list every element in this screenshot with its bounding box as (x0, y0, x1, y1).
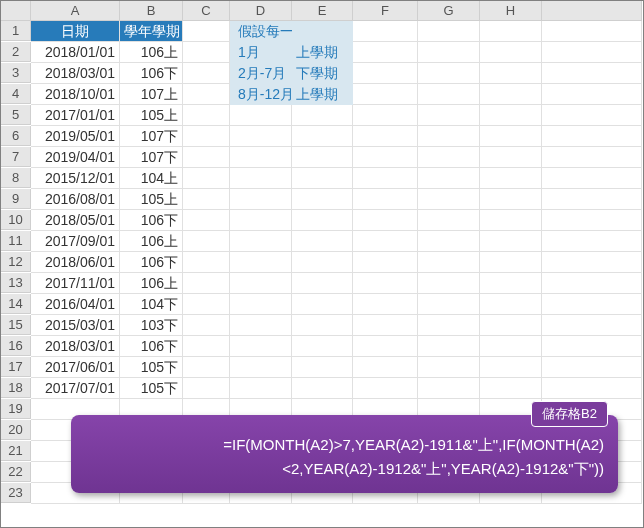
cell-G14[interactable] (418, 294, 480, 315)
cell-B7[interactable]: 107下 (120, 147, 183, 168)
cell-B13[interactable]: 106上 (120, 273, 183, 294)
cell-C17[interactable] (183, 357, 230, 378)
cell-I5[interactable] (542, 105, 642, 126)
col-header-F[interactable]: F (353, 1, 418, 21)
row-header-9[interactable]: 9 (1, 189, 31, 209)
cell-D10[interactable] (230, 210, 292, 231)
cell-A6[interactable]: 2019/05/01 (31, 126, 120, 147)
col-header-extra[interactable] (542, 1, 642, 21)
cell-C2[interactable] (183, 42, 230, 63)
cell-G8[interactable] (418, 168, 480, 189)
cell-F5[interactable] (353, 105, 418, 126)
cell-I9[interactable] (542, 189, 642, 210)
cell-I6[interactable] (542, 126, 642, 147)
cell-D4[interactable]: 8月-12月 (230, 84, 292, 105)
cell-F10[interactable] (353, 210, 418, 231)
cell-D9[interactable] (230, 189, 292, 210)
cell-H11[interactable] (480, 231, 542, 252)
cell-D15[interactable] (230, 315, 292, 336)
cell-C18[interactable] (183, 378, 230, 399)
cell-H3[interactable] (480, 63, 542, 84)
cell-F9[interactable] (353, 189, 418, 210)
cell-B14[interactable]: 104下 (120, 294, 183, 315)
cell-G6[interactable] (418, 126, 480, 147)
cell-E9[interactable] (292, 189, 353, 210)
row-header-14[interactable]: 14 (1, 294, 31, 314)
cell-A7[interactable]: 2019/04/01 (31, 147, 120, 168)
cell-E3[interactable]: 下學期 (292, 63, 353, 84)
cell-A18[interactable]: 2017/07/01 (31, 378, 120, 399)
cell-G18[interactable] (418, 378, 480, 399)
cell-D12[interactable] (230, 252, 292, 273)
cell-A5[interactable]: 2017/01/01 (31, 105, 120, 126)
cell-A8[interactable]: 2015/12/01 (31, 168, 120, 189)
cell-H13[interactable] (480, 273, 542, 294)
col-header-G[interactable]: G (418, 1, 480, 21)
row-header-12[interactable]: 12 (1, 252, 31, 272)
cell-C13[interactable] (183, 273, 230, 294)
cell-E17[interactable] (292, 357, 353, 378)
cell-B12[interactable]: 106下 (120, 252, 183, 273)
cell-B18[interactable]: 105下 (120, 378, 183, 399)
cell-H1[interactable] (480, 21, 542, 42)
col-header-H[interactable]: H (480, 1, 542, 21)
cell-E16[interactable] (292, 336, 353, 357)
cell-D6[interactable] (230, 126, 292, 147)
cell-B15[interactable]: 103下 (120, 315, 183, 336)
cell-A1[interactable]: 日期 (31, 21, 120, 42)
cell-B3[interactable]: 106下 (120, 63, 183, 84)
cell-H6[interactable] (480, 126, 542, 147)
cell-A10[interactable]: 2018/05/01 (31, 210, 120, 231)
col-header-E[interactable]: E (292, 1, 353, 21)
cell-C6[interactable] (183, 126, 230, 147)
cell-I10[interactable] (542, 210, 642, 231)
cell-D8[interactable] (230, 168, 292, 189)
cell-I12[interactable] (542, 252, 642, 273)
row-header-11[interactable]: 11 (1, 231, 31, 251)
cell-H12[interactable] (480, 252, 542, 273)
cell-D11[interactable] (230, 231, 292, 252)
cell-G1[interactable] (418, 21, 480, 42)
cell-H17[interactable] (480, 357, 542, 378)
cell-F15[interactable] (353, 315, 418, 336)
cell-D13[interactable] (230, 273, 292, 294)
cell-I14[interactable] (542, 294, 642, 315)
cell-C15[interactable] (183, 315, 230, 336)
cell-A9[interactable]: 2016/08/01 (31, 189, 120, 210)
cell-B8[interactable]: 104上 (120, 168, 183, 189)
cell-A14[interactable]: 2016/04/01 (31, 294, 120, 315)
col-header-D[interactable]: D (230, 1, 292, 21)
cell-G9[interactable] (418, 189, 480, 210)
cell-F17[interactable] (353, 357, 418, 378)
cell-F2[interactable] (353, 42, 418, 63)
cell-H9[interactable] (480, 189, 542, 210)
select-all-corner[interactable] (1, 1, 31, 21)
cell-G17[interactable] (418, 357, 480, 378)
cell-D17[interactable] (230, 357, 292, 378)
cell-C16[interactable] (183, 336, 230, 357)
cell-I3[interactable] (542, 63, 642, 84)
cell-B6[interactable]: 107下 (120, 126, 183, 147)
cell-C5[interactable] (183, 105, 230, 126)
cell-D2[interactable]: 1月 (230, 42, 292, 63)
cell-G15[interactable] (418, 315, 480, 336)
cell-D14[interactable] (230, 294, 292, 315)
cell-F8[interactable] (353, 168, 418, 189)
cell-C9[interactable] (183, 189, 230, 210)
row-header-23[interactable]: 23 (1, 483, 31, 503)
cell-F6[interactable] (353, 126, 418, 147)
cell-I13[interactable] (542, 273, 642, 294)
cell-A13[interactable]: 2017/11/01 (31, 273, 120, 294)
cell-C4[interactable] (183, 84, 230, 105)
cell-A17[interactable]: 2017/06/01 (31, 357, 120, 378)
cell-D16[interactable] (230, 336, 292, 357)
row-header-2[interactable]: 2 (1, 42, 31, 62)
row-header-21[interactable]: 21 (1, 441, 31, 461)
cell-E11[interactable] (292, 231, 353, 252)
cell-F3[interactable] (353, 63, 418, 84)
cell-F4[interactable] (353, 84, 418, 105)
cell-I1[interactable] (542, 21, 642, 42)
cell-C8[interactable] (183, 168, 230, 189)
cell-H7[interactable] (480, 147, 542, 168)
cell-A3[interactable]: 2018/03/01 (31, 63, 120, 84)
